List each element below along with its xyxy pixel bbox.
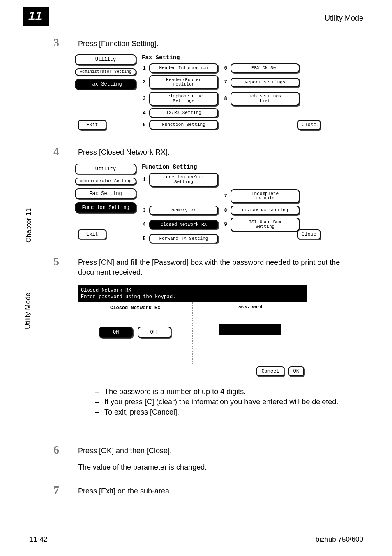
btn-incomplete-tx[interactable]: Incomplete TX Hold <box>231 189 300 203</box>
on-button[interactable]: ON <box>99 327 133 338</box>
btn-job-settings[interactable]: Job Settings List <box>231 92 300 106</box>
menu-index: 1 <box>142 177 147 183</box>
dialog-subtitle: Enter password using the keypad. <box>81 294 304 301</box>
close-button[interactable]: Close <box>297 120 321 130</box>
btn-header-info[interactable]: Header Information <box>149 63 218 73</box>
menu-index: 6 <box>223 65 228 71</box>
menu-index: 8 <box>223 96 228 102</box>
sidebar-item-admin[interactable]: Administrator Setting <box>75 68 136 76</box>
step-text: Press [Function Setting]. <box>78 39 363 49</box>
btn-closed-network-rx[interactable]: Closed Network RX <box>149 220 218 229</box>
step-number-6: 6 <box>53 443 59 456</box>
menu-index: 3 <box>142 96 147 102</box>
btn-pcfax-rx[interactable]: PC-Fax RX Setting <box>231 206 300 215</box>
step-number-3: 3 <box>53 36 59 49</box>
menu-index: 3 <box>142 208 147 213</box>
btn-header-footer[interactable]: Header/Footer Position <box>149 75 218 89</box>
note-text: The password is a number of up to 4 digi… <box>104 387 246 397</box>
btn-memory-rx[interactable]: Memory RX <box>149 206 218 215</box>
bullet-dash: – <box>95 397 104 407</box>
dialog-title: Closed Network RX <box>81 287 304 294</box>
step-text: Press [OK] and then [Close]. <box>78 446 363 456</box>
step-number-5: 5 <box>53 255 59 268</box>
note-text: To exit, press [Cancel]. <box>104 407 179 417</box>
close-button[interactable]: Close <box>297 229 321 239</box>
sidebar-item-function[interactable]: Function Setting <box>75 202 136 213</box>
panel-title: Function Setting <box>142 164 197 170</box>
divider <box>25 531 367 531</box>
step-text: Press [Exit] on the sub-area. <box>78 486 363 496</box>
sidebar-item-fax[interactable]: Fax Setting <box>75 188 136 199</box>
step-text: Press [Closed Network RX]. <box>78 147 363 157</box>
btn-func-onoff[interactable]: Function ON/OFF Setting <box>149 173 218 187</box>
step-number-7: 7 <box>53 484 59 497</box>
menu-index: 4 <box>142 110 147 116</box>
step-result: The value of the parameter is changed. <box>78 462 363 472</box>
btn-tel-line[interactable]: Telephone Line Settings <box>149 92 218 106</box>
side-section-label: Utility Mode <box>24 292 32 329</box>
section-label: Closed Network RX <box>81 305 190 311</box>
bullet-dash: – <box>95 387 104 397</box>
sidebar-item-admin[interactable]: Administrator Setting <box>75 178 136 185</box>
btn-pbx-cn[interactable]: PBX CN Set <box>231 63 300 73</box>
panel-title: Fax Setting <box>142 54 180 61</box>
sidebar-item-utility[interactable]: Utility <box>75 164 136 174</box>
menu-index: 2 <box>142 79 147 85</box>
off-button[interactable]: OFF <box>138 327 171 338</box>
menu-index: 7 <box>223 193 228 199</box>
password-label: Pass- word <box>196 305 304 310</box>
sidebar-item-utility[interactable]: Utility <box>75 54 136 65</box>
side-chapter-label: Chapter 11 <box>25 208 33 243</box>
menu-index: 9 <box>223 222 228 227</box>
page-title: Utility Mode <box>325 14 363 23</box>
btn-report[interactable]: Report Settings <box>231 78 300 87</box>
divider <box>25 23 367 23</box>
sidebar-item-fax[interactable]: Fax Setting <box>75 79 136 90</box>
page-number: 11-42 <box>30 535 47 544</box>
cancel-button[interactable]: Cancel <box>256 366 284 376</box>
password-input[interactable] <box>219 324 281 335</box>
bullet-dash: – <box>95 407 104 417</box>
product-name: bizhub 750/600 <box>316 535 363 544</box>
menu-index: 4 <box>142 222 147 227</box>
step-text: Press [ON] and fill the [Password] box w… <box>78 257 363 278</box>
note-text: If you press [C] (clear) the information… <box>104 397 338 407</box>
step-number-4: 4 <box>53 145 59 158</box>
menu-index: 1 <box>142 65 147 71</box>
exit-button[interactable]: Exit <box>78 120 106 130</box>
btn-txrx[interactable]: TX/RX Setting <box>149 108 218 118</box>
menu-index: 7 <box>223 79 228 85</box>
exit-button[interactable]: Exit <box>78 229 106 239</box>
menu-index: 8 <box>223 208 228 213</box>
ok-button[interactable]: OK <box>288 366 304 376</box>
